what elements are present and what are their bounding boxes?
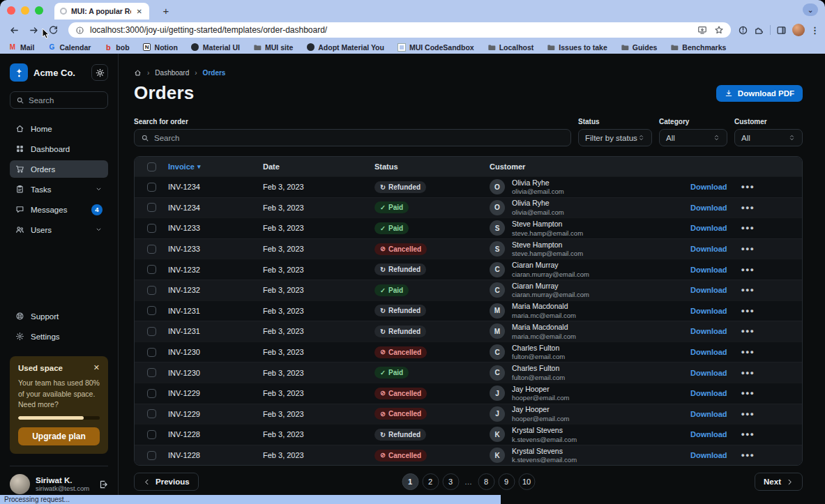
row-checkbox[interactable] — [147, 430, 156, 439]
download-pdf-button[interactable]: Download PDF — [716, 85, 803, 102]
bookmark-item[interactable]: MUI CodeSandbox — [398, 43, 474, 52]
tab-close-icon[interactable]: ✕ — [135, 8, 144, 15]
row-menu-icon[interactable]: ●●● — [741, 390, 755, 397]
color-scheme-toggle[interactable] — [91, 64, 108, 81]
sidebar-search[interactable] — [10, 91, 108, 109]
download-link[interactable]: Download — [690, 245, 727, 253]
breadcrumb-dashboard[interactable]: Dashboard — [155, 69, 189, 77]
row-menu-icon[interactable]: ●●● — [741, 245, 755, 252]
home-icon[interactable] — [134, 69, 142, 77]
download-link[interactable]: Download — [690, 286, 727, 294]
download-link[interactable]: Download — [690, 266, 727, 274]
side-panel-icon[interactable] — [776, 25, 787, 36]
row-checkbox[interactable] — [147, 368, 156, 377]
download-link[interactable]: Download — [690, 327, 727, 335]
site-info-icon[interactable] — [75, 26, 84, 35]
sidebar-nav-item[interactable]: Orders — [10, 160, 108, 178]
install-app-icon[interactable] — [697, 25, 707, 35]
acme-logo-icon[interactable] — [10, 63, 28, 82]
row-menu-icon[interactable]: ●●● — [741, 411, 755, 418]
page-button[interactable]: 10 — [518, 473, 535, 490]
row-checkbox[interactable] — [147, 409, 156, 418]
close-icon[interactable]: ✕ — [93, 363, 100, 372]
order-search-input[interactable] — [154, 134, 564, 142]
page-button[interactable]: 1 — [402, 473, 418, 490]
download-link[interactable]: Download — [690, 224, 727, 232]
browser-tab[interactable]: MUI: A popular React UI fram ✕ — [54, 3, 149, 20]
address-bar[interactable]: localhost:3000/joy-ui/getting-started/te… — [68, 22, 731, 38]
row-menu-icon[interactable]: ●●● — [741, 452, 755, 459]
row-menu-icon[interactable]: ●●● — [741, 266, 755, 273]
category-filter-select[interactable]: All — [659, 129, 727, 146]
page-button[interactable]: 3 — [442, 473, 459, 490]
row-menu-icon[interactable]: ●●● — [741, 307, 755, 314]
sidebar-nav-item[interactable]: Support — [10, 307, 108, 325]
download-link[interactable]: Download — [690, 307, 727, 315]
page-button[interactable]: … — [462, 473, 474, 490]
logout-icon[interactable] — [98, 480, 108, 489]
row-menu-icon[interactable]: ●●● — [741, 287, 755, 293]
bookmark-item[interactable]: Issues to take — [547, 43, 607, 52]
url-text[interactable]: localhost:3000/joy-ui/getting-started/te… — [90, 25, 692, 35]
bookmark-item[interactable]: M Mail — [8, 43, 34, 52]
row-menu-icon[interactable]: ●●● — [741, 224, 755, 231]
row-checkbox[interactable] — [147, 286, 156, 295]
bookmark-item[interactable]: G Calendar — [47, 43, 91, 52]
row-checkbox[interactable] — [147, 245, 156, 254]
bookmark-item[interactable]: Benchmarks — [670, 43, 726, 52]
customer-filter-select[interactable]: All — [734, 129, 803, 146]
bookmark-star-icon[interactable] — [714, 25, 724, 35]
bookmark-item[interactable]: N Notion — [143, 43, 178, 52]
minimize-window-button[interactable] — [21, 6, 29, 15]
download-link[interactable]: Download — [690, 348, 727, 356]
sidebar-nav-item[interactable]: Settings — [10, 328, 108, 345]
sidebar-nav-item[interactable]: Home — [10, 120, 108, 137]
sidebar-nav-item[interactable]: Messages 4 — [10, 201, 108, 218]
chrome-profile-avatar[interactable] — [792, 24, 805, 36]
extension-a-icon[interactable] — [738, 25, 748, 36]
page-button[interactable]: 2 — [422, 473, 439, 490]
row-checkbox[interactable] — [147, 224, 156, 233]
row-menu-icon[interactable]: ●●● — [741, 328, 755, 335]
forward-button[interactable] — [25, 22, 42, 38]
bookmark-item[interactable]: Guides — [621, 43, 658, 52]
row-checkbox[interactable] — [147, 451, 156, 460]
chrome-profile-chevron-icon[interactable]: ⌄ — [803, 3, 818, 16]
maximize-window-button[interactable] — [35, 6, 43, 15]
download-link[interactable]: Download — [690, 430, 727, 438]
row-menu-icon[interactable]: ●●● — [741, 349, 755, 356]
download-link[interactable]: Download — [690, 410, 727, 418]
invoice-sort-header[interactable]: Invoice ▾ — [168, 162, 263, 171]
row-checkbox[interactable] — [147, 265, 156, 274]
row-checkbox[interactable] — [147, 348, 156, 357]
extensions-puzzle-icon[interactable] — [754, 25, 764, 36]
sidebar-nav-item[interactable]: Users — [10, 221, 108, 238]
download-link[interactable]: Download — [690, 389, 727, 397]
row-checkbox[interactable] — [147, 183, 156, 192]
upgrade-plan-button[interactable]: Upgrade plan — [18, 427, 100, 445]
row-menu-icon[interactable]: ●●● — [741, 183, 755, 190]
order-search[interactable] — [134, 129, 571, 146]
back-button[interactable] — [6, 22, 22, 38]
download-link[interactable]: Download — [690, 369, 727, 377]
close-window-button[interactable] — [7, 6, 15, 15]
download-link[interactable]: Download — [690, 204, 727, 212]
bookmark-item[interactable]: b bob — [104, 43, 129, 52]
sidebar-nav-item[interactable]: Dashboard — [10, 140, 108, 158]
next-page-button[interactable]: Next — [755, 473, 803, 491]
previous-page-button[interactable]: Previous — [134, 473, 199, 491]
status-filter-select[interactable]: Filter by status — [578, 129, 652, 146]
row-checkbox[interactable] — [147, 389, 156, 398]
bookmark-item[interactable]: MUI site — [253, 43, 293, 52]
row-menu-icon[interactable]: ●●● — [741, 431, 755, 438]
new-tab-button[interactable]: + — [159, 3, 173, 17]
bookmark-item[interactable]: Localhost — [487, 43, 534, 52]
bookmark-item[interactable]: Adopt Material You — [306, 43, 384, 52]
download-link[interactable]: Download — [690, 183, 727, 191]
download-link[interactable]: Download — [690, 451, 727, 459]
bookmark-item[interactable]: Material UI — [191, 43, 240, 52]
select-all-checkbox[interactable] — [147, 162, 156, 171]
row-menu-icon[interactable]: ●●● — [741, 204, 755, 211]
row-menu-icon[interactable]: ●●● — [741, 369, 755, 376]
page-button[interactable]: 9 — [498, 473, 515, 490]
